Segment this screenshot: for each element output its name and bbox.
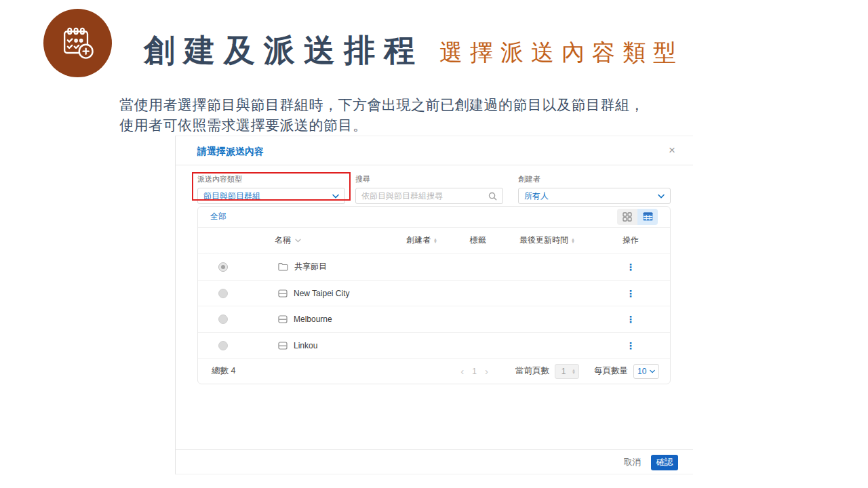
content-type-select[interactable]: 節目與節目群組 <box>197 188 345 204</box>
column-tags-label: 標籤 <box>470 235 486 246</box>
table-header-row: 名稱 創建者 ▲▼ 標籤 最後更新時間 ▲▼ 操作 <box>198 228 670 254</box>
program-icon <box>278 342 288 350</box>
tab-all[interactable]: 全部 <box>210 211 226 222</box>
row-name[interactable]: 共享節目 <box>294 261 327 272</box>
pagination: ‹ 1 › 當前頁數 ▲▼ 每頁數量 10 <box>456 364 659 379</box>
dialog-title: 請選擇派送內容 <box>197 146 264 158</box>
next-page-icon[interactable]: › <box>481 365 492 377</box>
row-radio[interactable] <box>218 314 228 324</box>
search-field: 搜尋 依節目與節目群組搜尋 <box>355 174 503 204</box>
content-type-field: 派送內容類型 節目與節目群組 <box>197 174 345 204</box>
page-subtitle: 選擇派送內容類型 <box>439 37 684 68</box>
page-size-label: 每頁數量 <box>594 365 628 377</box>
creator-value: 所有人 <box>524 190 658 202</box>
column-updated-label: 最後更新時間 <box>519 235 568 246</box>
column-creator[interactable]: 創建者 ▲▼ <box>391 235 452 246</box>
column-name[interactable]: 名稱 <box>269 235 391 246</box>
column-actions: 操作 <box>591 235 670 246</box>
program-icon <box>278 289 288 298</box>
program-icon <box>278 315 288 323</box>
dialog-header: 請選擇派送內容 × <box>176 136 693 165</box>
table-view-icon <box>643 212 653 221</box>
table-footer: 總數 4 ‹ 1 › 當前頁數 ▲▼ 每頁數量 10 <box>198 358 670 384</box>
content-type-value: 節目與節目群組 <box>203 190 332 202</box>
cancel-button[interactable]: 取消 <box>624 457 641 468</box>
grid-view-icon <box>623 212 632 222</box>
more-actions-icon[interactable]: ⋮ <box>626 289 635 298</box>
column-tags: 標籤 <box>452 235 503 246</box>
column-updated[interactable]: 最後更新時間 ▲▼ <box>503 235 591 246</box>
brand-logo <box>43 9 112 77</box>
chevron-down-icon <box>658 194 665 199</box>
chevron-down-icon <box>332 194 339 199</box>
creator-label: 創建者 <box>518 174 671 184</box>
column-actions-label: 操作 <box>623 235 639 246</box>
page-number[interactable]: 1 <box>468 367 481 376</box>
table-row: New Taipei City ⋮ <box>198 280 670 306</box>
calendar-add-icon <box>59 24 97 62</box>
page-size-value: 10 <box>637 367 646 376</box>
sort-both-icon: ▲▼ <box>433 238 437 243</box>
creator-select[interactable]: 所有人 <box>518 188 671 204</box>
folder-icon <box>278 262 288 271</box>
row-radio[interactable] <box>218 262 228 272</box>
table-view-button[interactable] <box>637 209 658 225</box>
more-actions-icon[interactable]: ⋮ <box>626 314 635 324</box>
stepper-icons[interactable]: ▲▼ <box>572 369 576 374</box>
search-label: 搜尋 <box>355 174 503 184</box>
close-icon[interactable]: × <box>665 143 679 158</box>
total-count: 總數 4 <box>212 365 235 377</box>
row-name[interactable]: Linkou <box>294 341 317 350</box>
content-type-label: 派送內容類型 <box>197 174 345 184</box>
select-content-dialog: 請選擇派送內容 × 派送內容類型 節目與節目群組 搜尋 依節目與節目群組搜尋 創… <box>175 136 693 474</box>
row-radio[interactable] <box>218 341 228 350</box>
column-creator-label: 創建者 <box>406 235 431 246</box>
page-size-select[interactable]: 10 <box>633 364 659 379</box>
prev-page-icon[interactable]: ‹ <box>456 365 468 377</box>
table-row: 共享節目 ⋮ <box>198 253 670 280</box>
content-table: 全部 名稱 <box>197 206 671 384</box>
description-line2: 使用者可依照需求選擇要派送的節目。 <box>119 115 644 136</box>
dialog-footer: 取消 確認 <box>176 450 693 475</box>
table-row: Melbourne ⋮ <box>198 306 670 332</box>
creator-field: 創建者 所有人 <box>518 174 671 204</box>
search-input[interactable]: 依節目與節目群組搜尋 <box>355 188 503 204</box>
more-actions-icon[interactable]: ⋮ <box>626 341 635 350</box>
row-name[interactable]: New Taipei City <box>294 289 349 298</box>
more-actions-icon[interactable]: ⋮ <box>626 262 635 272</box>
search-placeholder: 依節目與節目群組搜尋 <box>361 190 488 202</box>
column-name-label: 名稱 <box>275 235 291 246</box>
row-radio[interactable] <box>218 289 228 298</box>
view-toggle <box>617 209 658 225</box>
row-name[interactable]: Melbourne <box>294 314 332 324</box>
description-line1: 當使用者選擇節目與節目群組時，下方會出現之前已創建過的節目以及節目群組， <box>119 95 644 115</box>
table-row: Linkou ⋮ <box>198 332 670 359</box>
page-title: 創建及派送排程 <box>144 30 424 72</box>
table-toolbar: 全部 <box>198 207 670 228</box>
chevron-down-icon <box>650 369 655 373</box>
search-icon <box>488 192 497 201</box>
grid-view-button[interactable] <box>617 209 637 225</box>
sort-down-icon <box>295 239 301 243</box>
description-text: 當使用者選擇節目與節目群組時，下方會出現之前已創建過的節目以及節目群組， 使用者… <box>119 95 644 136</box>
current-page-label: 當前頁數 <box>515 365 549 377</box>
confirm-button[interactable]: 確認 <box>651 455 678 470</box>
sort-both-icon: ▲▼ <box>571 238 575 243</box>
